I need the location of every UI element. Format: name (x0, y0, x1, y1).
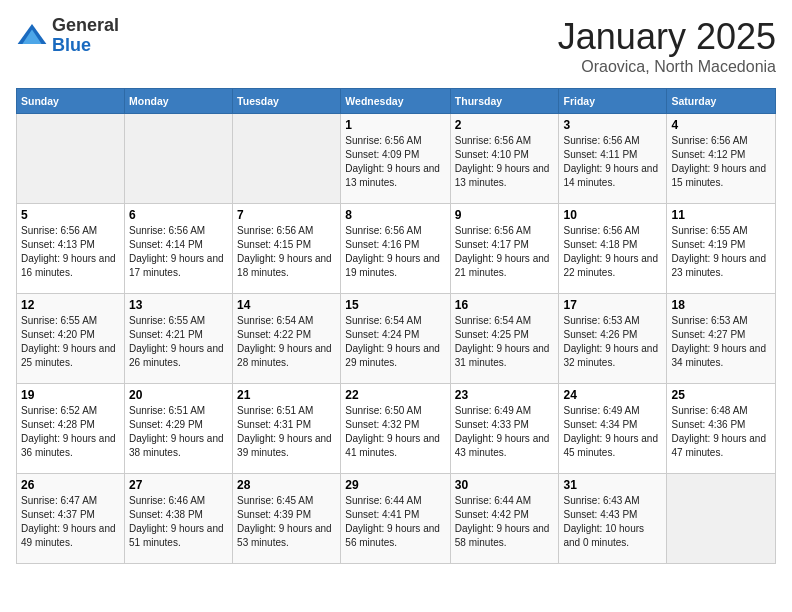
day-number: 31 (563, 478, 662, 492)
day-info: Sunrise: 6:51 AM Sunset: 4:31 PM Dayligh… (237, 404, 336, 460)
day-number: 14 (237, 298, 336, 312)
day-number: 3 (563, 118, 662, 132)
day-info: Sunrise: 6:55 AM Sunset: 4:20 PM Dayligh… (21, 314, 120, 370)
calendar-day (17, 114, 125, 204)
day-number: 2 (455, 118, 555, 132)
weekday-header: Friday (559, 89, 667, 114)
day-number: 1 (345, 118, 445, 132)
weekday-header: Tuesday (233, 89, 341, 114)
day-number: 6 (129, 208, 228, 222)
day-info: Sunrise: 6:45 AM Sunset: 4:39 PM Dayligh… (237, 494, 336, 550)
day-info: Sunrise: 6:48 AM Sunset: 4:36 PM Dayligh… (671, 404, 771, 460)
calendar-day: 12Sunrise: 6:55 AM Sunset: 4:20 PM Dayli… (17, 294, 125, 384)
day-info: Sunrise: 6:43 AM Sunset: 4:43 PM Dayligh… (563, 494, 662, 550)
day-number: 5 (21, 208, 120, 222)
day-number: 22 (345, 388, 445, 402)
day-info: Sunrise: 6:55 AM Sunset: 4:19 PM Dayligh… (671, 224, 771, 280)
day-number: 30 (455, 478, 555, 492)
calendar-week: 26Sunrise: 6:47 AM Sunset: 4:37 PM Dayli… (17, 474, 776, 564)
day-info: Sunrise: 6:46 AM Sunset: 4:38 PM Dayligh… (129, 494, 228, 550)
calendar-day: 8Sunrise: 6:56 AM Sunset: 4:16 PM Daylig… (341, 204, 450, 294)
day-info: Sunrise: 6:44 AM Sunset: 4:41 PM Dayligh… (345, 494, 445, 550)
day-info: Sunrise: 6:54 AM Sunset: 4:22 PM Dayligh… (237, 314, 336, 370)
day-info: Sunrise: 6:53 AM Sunset: 4:27 PM Dayligh… (671, 314, 771, 370)
weekday-header: Thursday (450, 89, 559, 114)
day-number: 16 (455, 298, 555, 312)
day-info: Sunrise: 6:49 AM Sunset: 4:33 PM Dayligh… (455, 404, 555, 460)
day-info: Sunrise: 6:47 AM Sunset: 4:37 PM Dayligh… (21, 494, 120, 550)
day-info: Sunrise: 6:56 AM Sunset: 4:09 PM Dayligh… (345, 134, 445, 190)
weekday-header: Monday (125, 89, 233, 114)
day-number: 17 (563, 298, 662, 312)
calendar-day (667, 474, 776, 564)
calendar-day: 4Sunrise: 6:56 AM Sunset: 4:12 PM Daylig… (667, 114, 776, 204)
day-info: Sunrise: 6:56 AM Sunset: 4:18 PM Dayligh… (563, 224, 662, 280)
calendar-day: 1Sunrise: 6:56 AM Sunset: 4:09 PM Daylig… (341, 114, 450, 204)
calendar-day: 24Sunrise: 6:49 AM Sunset: 4:34 PM Dayli… (559, 384, 667, 474)
day-info: Sunrise: 6:50 AM Sunset: 4:32 PM Dayligh… (345, 404, 445, 460)
weekday-header: Wednesday (341, 89, 450, 114)
calendar-day: 9Sunrise: 6:56 AM Sunset: 4:17 PM Daylig… (450, 204, 559, 294)
day-info: Sunrise: 6:56 AM Sunset: 4:14 PM Dayligh… (129, 224, 228, 280)
calendar-day: 27Sunrise: 6:46 AM Sunset: 4:38 PM Dayli… (125, 474, 233, 564)
day-number: 11 (671, 208, 771, 222)
calendar-day: 16Sunrise: 6:54 AM Sunset: 4:25 PM Dayli… (450, 294, 559, 384)
calendar-day: 2Sunrise: 6:56 AM Sunset: 4:10 PM Daylig… (450, 114, 559, 204)
calendar-day: 6Sunrise: 6:56 AM Sunset: 4:14 PM Daylig… (125, 204, 233, 294)
day-info: Sunrise: 6:56 AM Sunset: 4:12 PM Dayligh… (671, 134, 771, 190)
month-title: January 2025 (558, 16, 776, 58)
calendar-day: 17Sunrise: 6:53 AM Sunset: 4:26 PM Dayli… (559, 294, 667, 384)
day-number: 4 (671, 118, 771, 132)
day-number: 7 (237, 208, 336, 222)
calendar-day: 22Sunrise: 6:50 AM Sunset: 4:32 PM Dayli… (341, 384, 450, 474)
calendar-day: 13Sunrise: 6:55 AM Sunset: 4:21 PM Dayli… (125, 294, 233, 384)
day-info: Sunrise: 6:54 AM Sunset: 4:25 PM Dayligh… (455, 314, 555, 370)
calendar-day (233, 114, 341, 204)
calendar-day (125, 114, 233, 204)
calendar-day: 5Sunrise: 6:56 AM Sunset: 4:13 PM Daylig… (17, 204, 125, 294)
day-info: Sunrise: 6:53 AM Sunset: 4:26 PM Dayligh… (563, 314, 662, 370)
calendar-day: 7Sunrise: 6:56 AM Sunset: 4:15 PM Daylig… (233, 204, 341, 294)
calendar-day: 14Sunrise: 6:54 AM Sunset: 4:22 PM Dayli… (233, 294, 341, 384)
day-info: Sunrise: 6:56 AM Sunset: 4:13 PM Dayligh… (21, 224, 120, 280)
calendar-day: 21Sunrise: 6:51 AM Sunset: 4:31 PM Dayli… (233, 384, 341, 474)
day-number: 23 (455, 388, 555, 402)
day-info: Sunrise: 6:51 AM Sunset: 4:29 PM Dayligh… (129, 404, 228, 460)
weekday-header: Saturday (667, 89, 776, 114)
calendar-header: SundayMondayTuesdayWednesdayThursdayFrid… (17, 89, 776, 114)
day-number: 29 (345, 478, 445, 492)
calendar-day: 31Sunrise: 6:43 AM Sunset: 4:43 PM Dayli… (559, 474, 667, 564)
day-info: Sunrise: 6:56 AM Sunset: 4:16 PM Dayligh… (345, 224, 445, 280)
day-number: 10 (563, 208, 662, 222)
header-row: SundayMondayTuesdayWednesdayThursdayFrid… (17, 89, 776, 114)
page-header: General Blue January 2025 Oraovica, Nort… (16, 16, 776, 76)
calendar-day: 10Sunrise: 6:56 AM Sunset: 4:18 PM Dayli… (559, 204, 667, 294)
day-number: 15 (345, 298, 445, 312)
calendar-day: 25Sunrise: 6:48 AM Sunset: 4:36 PM Dayli… (667, 384, 776, 474)
calendar-day: 26Sunrise: 6:47 AM Sunset: 4:37 PM Dayli… (17, 474, 125, 564)
calendar-day: 19Sunrise: 6:52 AM Sunset: 4:28 PM Dayli… (17, 384, 125, 474)
day-info: Sunrise: 6:56 AM Sunset: 4:10 PM Dayligh… (455, 134, 555, 190)
day-info: Sunrise: 6:44 AM Sunset: 4:42 PM Dayligh… (455, 494, 555, 550)
logo-text: General Blue (52, 16, 119, 56)
calendar-week: 5Sunrise: 6:56 AM Sunset: 4:13 PM Daylig… (17, 204, 776, 294)
day-info: Sunrise: 6:49 AM Sunset: 4:34 PM Dayligh… (563, 404, 662, 460)
day-number: 28 (237, 478, 336, 492)
calendar-day: 20Sunrise: 6:51 AM Sunset: 4:29 PM Dayli… (125, 384, 233, 474)
day-number: 27 (129, 478, 228, 492)
calendar: SundayMondayTuesdayWednesdayThursdayFrid… (16, 88, 776, 564)
day-info: Sunrise: 6:56 AM Sunset: 4:17 PM Dayligh… (455, 224, 555, 280)
day-number: 19 (21, 388, 120, 402)
day-info: Sunrise: 6:54 AM Sunset: 4:24 PM Dayligh… (345, 314, 445, 370)
day-number: 24 (563, 388, 662, 402)
calendar-week: 1Sunrise: 6:56 AM Sunset: 4:09 PM Daylig… (17, 114, 776, 204)
calendar-day: 11Sunrise: 6:55 AM Sunset: 4:19 PM Dayli… (667, 204, 776, 294)
day-number: 9 (455, 208, 555, 222)
weekday-header: Sunday (17, 89, 125, 114)
day-number: 26 (21, 478, 120, 492)
day-number: 20 (129, 388, 228, 402)
calendar-body: 1Sunrise: 6:56 AM Sunset: 4:09 PM Daylig… (17, 114, 776, 564)
day-number: 8 (345, 208, 445, 222)
day-number: 13 (129, 298, 228, 312)
day-info: Sunrise: 6:56 AM Sunset: 4:11 PM Dayligh… (563, 134, 662, 190)
